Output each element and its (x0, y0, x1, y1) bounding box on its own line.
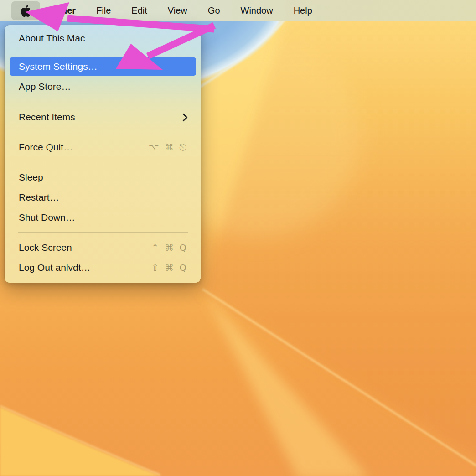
submenu-chevron-icon (182, 113, 188, 122)
apple-menu: About This Mac System Settings… App Stor… (5, 25, 201, 283)
menu-item-recent-items[interactable]: Recent Items (5, 107, 201, 127)
menu-item-sleep[interactable]: Sleep (5, 167, 201, 187)
menu-item-label: Log Out anlvdt… (19, 262, 151, 273)
menubar-item-help[interactable]: Help (294, 5, 312, 16)
menubar-item-finder[interactable]: Finder (48, 5, 76, 16)
menu-item-label: Recent Items (19, 112, 182, 123)
apple-logo-icon (21, 5, 31, 17)
menu-divider (18, 102, 188, 102)
menu-divider (18, 52, 188, 52)
menu-item-about-this-mac[interactable]: About This Mac (5, 28, 201, 48)
menu-item-label: Shut Down… (19, 212, 188, 223)
menu-divider (18, 232, 188, 233)
menubar-item-go[interactable]: Go (208, 5, 220, 16)
menu-item-label: About This Mac (19, 33, 188, 44)
menu-item-label: System Settings… (19, 61, 188, 72)
menu-item-label: App Store… (19, 81, 188, 92)
menu-item-label: Lock Screen (19, 242, 151, 253)
menu-item-shortcut: ⇧ ⌘ Q (151, 262, 188, 273)
menu-item-shortcut: ⌃ ⌘ Q (151, 242, 188, 253)
menu-item-shut-down[interactable]: Shut Down… (5, 207, 201, 228)
menu-divider (18, 162, 188, 162)
menu-item-label: Sleep (19, 172, 188, 183)
menu-divider (18, 132, 188, 132)
menu-item-restart[interactable]: Restart… (5, 187, 201, 207)
menubar-item-view[interactable]: View (168, 5, 187, 16)
menubar-item-file[interactable]: File (96, 5, 111, 16)
menubar-item-edit[interactable]: Edit (131, 5, 147, 16)
menu-item-shortcut: ⌥ ⌘ ⎋ (148, 142, 188, 153)
menu-item-force-quit[interactable]: Force Quit… ⌥ ⌘ ⎋ (5, 137, 201, 157)
menu-item-app-store[interactable]: App Store… (5, 77, 201, 97)
apple-menu-button[interactable] (11, 1, 40, 20)
menubar-item-window[interactable]: Window (241, 5, 273, 16)
menu-item-label: Restart… (19, 192, 188, 203)
menu-item-log-out[interactable]: Log Out anlvdt… ⇧ ⌘ Q (5, 258, 201, 278)
menu-item-system-settings[interactable]: System Settings… (10, 57, 196, 76)
menu-item-label: Force Quit… (19, 142, 148, 153)
menu-item-lock-screen[interactable]: Lock Screen ⌃ ⌘ Q (5, 238, 201, 258)
menu-bar: Finder File Edit View Go Window Help (0, 0, 476, 21)
